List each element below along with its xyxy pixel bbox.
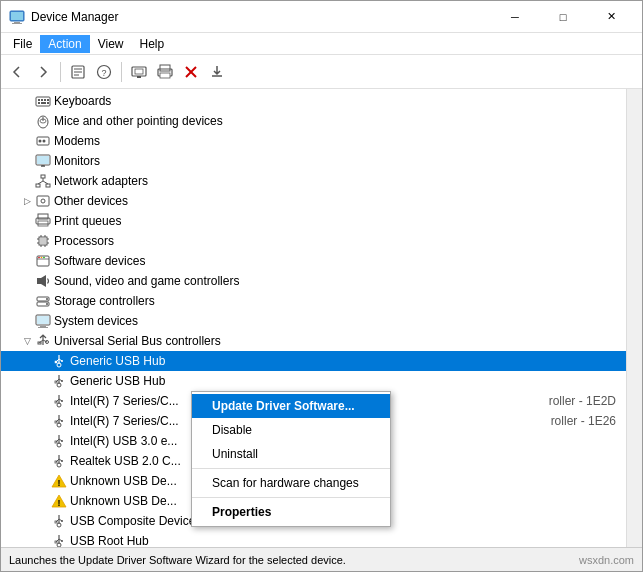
status-text: Launches the Update Driver Software Wiza…: [9, 554, 579, 566]
print-icon: [35, 213, 51, 229]
tree-item-keyboards[interactable]: Keyboards: [1, 91, 626, 111]
menu-view[interactable]: View: [90, 35, 132, 53]
maximize-button[interactable]: □: [540, 2, 586, 32]
warn-icon-1: !: [51, 473, 67, 489]
ctx-sep-1: [192, 468, 390, 469]
ctx-sep-2: [192, 497, 390, 498]
ctx-update-driver[interactable]: Update Driver Software...: [192, 394, 390, 418]
remove-button[interactable]: [179, 60, 203, 84]
expand-icon-processors: [19, 233, 35, 249]
network-icon: [35, 173, 51, 189]
tree-item-system[interactable]: System devices: [1, 311, 626, 331]
expand-icon-root1: [35, 533, 51, 547]
title-bar: Device Manager ─ □ ✕: [1, 1, 642, 33]
svg-point-61: [43, 257, 45, 259]
svg-rect-2: [12, 23, 22, 24]
menu-bar: File Action View Help: [1, 33, 642, 55]
usb-device-icon-5: [51, 433, 67, 449]
menu-action[interactable]: Action: [40, 35, 89, 53]
svg-text:?: ?: [101, 68, 106, 78]
tree-item-software[interactable]: Software devices: [1, 251, 626, 271]
tree-item-mice[interactable]: Mice and other pointing devices: [1, 111, 626, 131]
menu-help[interactable]: Help: [132, 35, 173, 53]
update-button[interactable]: [205, 60, 229, 84]
tree-item-storage[interactable]: Storage controllers: [1, 291, 626, 311]
usb-device-icon-3: [51, 393, 67, 409]
expand-icon-unknown1: [35, 473, 51, 489]
expand-icon-intel3: [35, 433, 51, 449]
ctx-uninstall[interactable]: Uninstall: [192, 442, 390, 466]
svg-point-43: [41, 199, 45, 203]
label-usb-root-1: USB Root Hub: [70, 534, 149, 547]
tree-item-other[interactable]: ▷ Other devices: [1, 191, 626, 211]
back-button[interactable]: [5, 60, 29, 84]
tree-item-monitors[interactable]: Monitors: [1, 151, 626, 171]
warn-icon-2: !: [51, 493, 67, 509]
svg-point-94: [61, 420, 63, 422]
ctx-properties[interactable]: Properties: [192, 500, 390, 524]
expand-icon-usb: ▽: [19, 333, 35, 349]
svg-rect-71: [38, 327, 48, 328]
label-print: Print queues: [54, 214, 121, 228]
monitor-icon: [35, 153, 51, 169]
app-icon: [9, 9, 25, 25]
svg-text:!: !: [58, 498, 61, 508]
minimize-button[interactable]: ─: [492, 2, 538, 32]
label-intel-1e2d: Intel(R) 7 Series/C...: [70, 394, 179, 408]
svg-point-67: [46, 303, 48, 305]
tree-item-sound[interactable]: Sound, video and game controllers: [1, 271, 626, 291]
forward-button[interactable]: [31, 60, 55, 84]
svg-point-104: [61, 460, 63, 462]
help-button[interactable]: ?: [92, 60, 116, 84]
window-title: Device Manager: [31, 10, 492, 24]
tree-item-print[interactable]: Print queues: [1, 211, 626, 231]
tree-item-network[interactable]: Network adapters: [1, 171, 626, 191]
other-icon: [35, 193, 51, 209]
content-area: Keyboards Mice and other pointing device…: [1, 89, 642, 547]
modem-icon: [35, 133, 51, 149]
expand-icon-hub2: [35, 373, 51, 389]
label-mice: Mice and other pointing devices: [54, 114, 223, 128]
svg-point-79: [61, 360, 63, 362]
intel-suffix-1: roller - 1E2D: [549, 394, 616, 408]
tree-item-usb-controllers[interactable]: ▽ Universal Serial Bus controllers: [1, 331, 626, 351]
svg-point-118: [61, 540, 63, 542]
ctx-scan[interactable]: Scan for hardware changes: [192, 471, 390, 495]
print-button[interactable]: [153, 60, 177, 84]
scan-button[interactable]: [127, 60, 151, 84]
tree-item-generic-usb-hub-2[interactable]: Generic USB Hub: [1, 371, 626, 391]
tree-item-modems[interactable]: Modems: [1, 131, 626, 151]
tree-item-generic-usb-hub-1[interactable]: Generic USB Hub: [1, 351, 626, 371]
svg-point-84: [61, 380, 63, 382]
svg-rect-15: [160, 73, 170, 78]
svg-rect-19: [38, 99, 40, 101]
window-controls: ─ □ ✕: [492, 2, 634, 32]
svg-rect-48: [40, 238, 46, 244]
svg-rect-42: [37, 196, 49, 206]
svg-point-99: [61, 440, 63, 442]
menu-file[interactable]: File: [5, 35, 40, 53]
label-intel-usb3: Intel(R) USB 3.0 e...: [70, 434, 177, 448]
toolbar-separator-1: [60, 62, 61, 82]
intel-suffix-2: roller - 1E26: [551, 414, 616, 428]
status-bar: Launches the Update Driver Software Wiza…: [1, 547, 642, 571]
label-realtek: Realtek USB 2.0 C...: [70, 454, 181, 468]
tree-item-processors[interactable]: Processors: [1, 231, 626, 251]
usb-icon: [35, 333, 51, 349]
system-icon: [35, 313, 51, 329]
usb-device-icon-2: [51, 373, 67, 389]
label-generic-hub-2: Generic USB Hub: [70, 374, 165, 388]
label-keyboards: Keyboards: [54, 94, 111, 108]
label-modems: Modems: [54, 134, 100, 148]
expand-icon-intel1: [35, 393, 51, 409]
label-usb-composite: USB Composite Device: [70, 514, 195, 528]
expand-icon-composite: [35, 513, 51, 529]
usb-device-icon-1: [51, 353, 67, 369]
label-generic-hub-1: Generic USB Hub: [70, 354, 165, 368]
scrollbar[interactable]: [626, 89, 642, 547]
ctx-disable[interactable]: Disable: [192, 418, 390, 442]
close-button[interactable]: ✕: [588, 2, 634, 32]
tree-item-usb-root-1[interactable]: USB Root Hub: [1, 531, 626, 547]
properties-button[interactable]: [66, 60, 90, 84]
expand-icon-monitors: [19, 153, 35, 169]
